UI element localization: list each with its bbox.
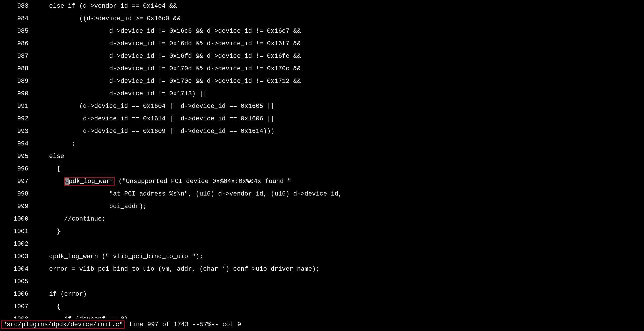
line-number: 985 bbox=[0, 25, 34, 38]
line-number: 1006 bbox=[0, 288, 34, 301]
code-line: 996 { bbox=[0, 163, 644, 175]
line-content: d->device_id != 0x16c6 && d->device_id !… bbox=[34, 25, 644, 38]
line-number: 1002 bbox=[0, 238, 34, 250]
code-line: 999 pci_addr); bbox=[0, 200, 644, 213]
status-bar: "src/plugins/dpdk/device/init.c" line 99… bbox=[0, 318, 644, 331]
line-content: d->device_id == 0x1609 || d->device_id =… bbox=[34, 125, 644, 138]
code-line: 984 ((d->device_id >= 0x16c0 && bbox=[0, 13, 644, 25]
code-line: 997 dpdk_log_warn ("Unsupported PCI devi… bbox=[0, 175, 644, 188]
line-number: 1005 bbox=[0, 276, 34, 288]
code-line: 1007 { bbox=[0, 301, 644, 313]
line-content: d->device_id != 0x16fd && d->device_id !… bbox=[34, 50, 644, 63]
line-number: 989 bbox=[0, 75, 34, 88]
code-line: 1001 } bbox=[0, 225, 644, 238]
line-content: else bbox=[34, 150, 644, 163]
code-line: 998 "at PCI address %s\n", (u16) d->vend… bbox=[0, 188, 644, 200]
line-number: 997 bbox=[0, 175, 34, 188]
code-line: 991 (d->device_id == 0x1604 || d->device… bbox=[0, 100, 644, 113]
line-number: 988 bbox=[0, 63, 34, 75]
line-content: //continue; bbox=[34, 213, 644, 225]
line-number: 984 bbox=[0, 13, 34, 25]
line-content: dpdk_log_warn (" vlib_pci_bind_to_uio ")… bbox=[34, 250, 644, 263]
code-line: 993 d->device_id == 0x1609 || d->device_… bbox=[0, 125, 644, 138]
line-content: d->device_id == 0x1614 || d->device_id =… bbox=[34, 113, 644, 125]
line-content: dpdk_log_warn ("Unsupported PCI device 0… bbox=[34, 175, 644, 188]
line-content: d->device_id != 0x170e && d->device_id !… bbox=[34, 75, 644, 88]
line-number: 994 bbox=[0, 138, 34, 150]
line-content: d->device_id != 0x1713) || bbox=[34, 88, 644, 100]
status-filename: "src/plugins/dpdk/device/init.c" bbox=[1, 320, 125, 329]
line-number: 987 bbox=[0, 50, 34, 63]
line-number: 999 bbox=[0, 200, 34, 213]
code-line: 983 else if (d->vendor_id == 0x14e4 && bbox=[0, 0, 644, 13]
line-number: 1001 bbox=[0, 225, 34, 238]
line-content: } bbox=[34, 225, 644, 238]
line-content: { bbox=[34, 163, 644, 175]
line-content: d->device_id != 0x170d && d->device_id !… bbox=[34, 63, 644, 75]
code-line: 986 d->device_id != 0x16dd && d->device_… bbox=[0, 38, 644, 50]
line-number: 993 bbox=[0, 125, 34, 138]
line-number: 1000 bbox=[0, 213, 34, 225]
code-line: 1003 dpdk_log_warn (" vlib_pci_bind_to_u… bbox=[0, 250, 644, 263]
code-line: 1006 if (error) bbox=[0, 288, 644, 301]
line-content: "at PCI address %s\n", (u16) d->vendor_i… bbox=[34, 188, 644, 200]
line-number: 995 bbox=[0, 150, 34, 163]
line-content: if (error) bbox=[34, 288, 644, 301]
line-number: 990 bbox=[0, 88, 34, 100]
code-line: 985 d->device_id != 0x16c6 && d->device_… bbox=[0, 25, 644, 38]
highlight-box: dpdk_log_warn bbox=[64, 177, 115, 186]
line-number: 996 bbox=[0, 163, 34, 175]
line-number: 983 bbox=[0, 0, 34, 13]
line-number: 1007 bbox=[0, 301, 34, 313]
code-line: 1005 bbox=[0, 276, 644, 288]
line-content: ; bbox=[34, 138, 644, 150]
line-number: 991 bbox=[0, 100, 34, 113]
code-line: 990 d->device_id != 0x1713) || bbox=[0, 88, 644, 100]
status-info: line 997 of 1743 --57%-- col 9 bbox=[125, 321, 241, 328]
line-content: else if (d->vendor_id == 0x14e4 && bbox=[34, 0, 644, 13]
code-line: 988 d->device_id != 0x170d && d->device_… bbox=[0, 63, 644, 75]
code-line: 1002 bbox=[0, 238, 644, 250]
code-editor: 983 else if (d->vendor_id == 0x14e4 &&98… bbox=[0, 0, 644, 331]
line-number: 998 bbox=[0, 188, 34, 200]
code-line: 995 else bbox=[0, 150, 644, 163]
line-content: { bbox=[34, 301, 644, 313]
code-line: 992 d->device_id == 0x1614 || d->device_… bbox=[0, 113, 644, 125]
line-content: (d->device_id == 0x1604 || d->device_id … bbox=[34, 100, 644, 113]
line-number: 1004 bbox=[0, 263, 34, 276]
line-content: error = vlib_pci_bind_to_uio (vm, addr, … bbox=[34, 263, 644, 276]
code-line: 989 d->device_id != 0x170e && d->device_… bbox=[0, 75, 644, 88]
line-content: d->device_id != 0x16dd && d->device_id !… bbox=[34, 38, 644, 50]
line-number: 1003 bbox=[0, 250, 34, 263]
line-content: ((d->device_id >= 0x16c0 && bbox=[34, 13, 644, 25]
line-number: 992 bbox=[0, 113, 34, 125]
line-content: pci_addr); bbox=[34, 200, 644, 213]
code-line: 1000 //continue; bbox=[0, 213, 644, 225]
code-line: 1004 error = vlib_pci_bind_to_uio (vm, a… bbox=[0, 263, 644, 276]
line-number: 986 bbox=[0, 38, 34, 50]
code-line: 987 d->device_id != 0x16fd && d->device_… bbox=[0, 50, 644, 63]
code-line: 994 ; bbox=[0, 138, 644, 150]
